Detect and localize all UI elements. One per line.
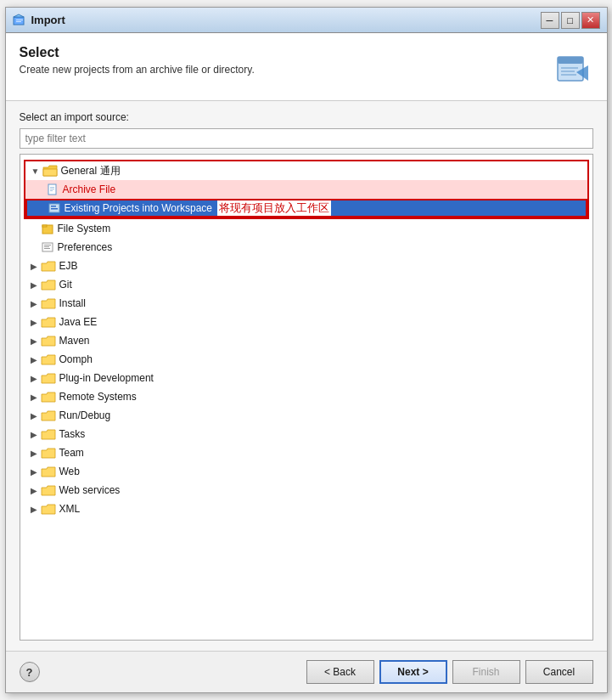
collapse-icon-rundebug[interactable]: ▶	[27, 409, 41, 422]
collapse-icon-oomph[interactable]: ▶	[27, 353, 41, 366]
svg-rect-6	[561, 67, 578, 69]
collapse-icon-webservices[interactable]: ▶	[27, 483, 41, 497]
folder-icon-javaee	[41, 316, 56, 328]
tree-item-javaee[interactable]: ▶ Java EE	[20, 313, 592, 331]
svg-rect-7	[561, 71, 575, 72]
footer-left: ?	[20, 662, 301, 682]
file-icon	[46, 183, 59, 196]
svg-rect-22	[44, 248, 50, 249]
finish-button[interactable]: Finish	[452, 660, 520, 684]
tree-item-ejb-label: EJB	[59, 260, 78, 272]
tree-item-team[interactable]: ▶ Team	[20, 443, 592, 462]
tree-item-xml-label: XML	[59, 503, 81, 515]
tree-item-web[interactable]: ▶ Web	[20, 462, 592, 481]
svg-rect-3	[16, 21, 21, 22]
tree-item-archive[interactable]: Archive File	[25, 180, 587, 199]
tree-item-install-label: Install	[59, 297, 86, 309]
title-bar: Import ─ □ ✕	[6, 8, 607, 33]
tree-item-rundebug[interactable]: ▶ Run/Debug	[20, 406, 592, 425]
folder-icon-xml	[41, 503, 56, 515]
collapse-icon-web[interactable]: ▶	[27, 465, 41, 478]
folder-icon-web	[41, 466, 56, 477]
maximize-button[interactable]: □	[561, 12, 580, 29]
tree-item-filesystem[interactable]: File System	[20, 219, 592, 238]
collapse-icon-team[interactable]: ▶	[27, 446, 41, 460]
tree-item-webservices[interactable]: ▶ Web services	[20, 481, 592, 500]
collapse-icon-plugin[interactable]: ▶	[27, 371, 41, 385]
collapse-icon-xml[interactable]: ▶	[27, 502, 41, 516]
tree-item-archive-label: Archive File	[63, 183, 116, 195]
collapse-icon-ejb[interactable]: ▶	[27, 259, 41, 273]
folder-open-icon	[42, 165, 58, 177]
folder-icon-plugin	[41, 372, 56, 384]
collapse-icon-javaee[interactable]: ▶	[27, 315, 41, 329]
window-title: Import	[31, 14, 541, 26]
existing-projects-icon	[48, 201, 61, 215]
tree-item-tasks-label: Tasks	[59, 428, 86, 440]
tree-item-oomph[interactable]: ▶ Oomph	[20, 350, 592, 369]
close-button[interactable]: ✕	[581, 12, 600, 29]
folder-icon-ejb	[41, 260, 56, 272]
tree-item-git-label: Git	[59, 279, 72, 291]
folder-icon-remote	[41, 391, 56, 403]
svg-rect-5	[558, 57, 583, 64]
tree-item-remote-label: Remote Systems	[59, 391, 137, 403]
tree-item-ejb[interactable]: ▶ EJB	[20, 257, 592, 275]
cancel-button[interactable]: Cancel	[525, 660, 593, 684]
dialog-footer: ? < Back Next > Finish Cancel	[6, 651, 607, 692]
svg-rect-11	[50, 187, 54, 188]
svg-rect-16	[51, 208, 58, 210]
svg-rect-15	[51, 206, 56, 207]
minimize-button[interactable]: ─	[541, 12, 559, 29]
svg-rect-8	[561, 74, 576, 76]
tree-item-oomph-label: Oomph	[59, 353, 93, 365]
tree-item-xml[interactable]: ▶ XML	[20, 500, 592, 518]
tree-item-webservices-label: Web services	[59, 484, 121, 496]
window-icon	[13, 14, 26, 27]
page-title: Select	[20, 45, 255, 60]
svg-rect-2	[16, 20, 23, 20]
collapse-icon-git[interactable]: ▶	[27, 278, 41, 291]
source-label: Select an import source:	[20, 111, 593, 123]
help-button[interactable]: ?	[20, 662, 40, 682]
svg-rect-0	[14, 17, 24, 25]
folder-icon-oomph	[41, 353, 56, 365]
next-button[interactable]: Next >	[379, 660, 447, 684]
tree-item-preferences[interactable]: Preferences	[20, 238, 592, 257]
tree-item-preferences-label: Preferences	[58, 241, 113, 253]
filesystem-icon	[41, 222, 54, 235]
tree-container[interactable]: ▼ General 通用	[20, 154, 593, 641]
collapse-icon-install[interactable]: ▶	[27, 296, 41, 310]
tree-item-install[interactable]: ▶ Install	[20, 294, 592, 313]
svg-marker-1	[14, 14, 24, 17]
preferences-icon	[41, 240, 54, 254]
folder-icon-git	[41, 279, 56, 291]
tree-item-plugin-label: Plug-in Development	[59, 372, 154, 384]
tree-item-existing[interactable]: Existing Projects into Workspace 将现有项目放入…	[25, 199, 587, 217]
folder-icon-maven	[41, 335, 56, 347]
tree-item-tasks[interactable]: ▶ Tasks	[20, 425, 592, 443]
existing-annotation: 将现有项目放入工作区	[217, 200, 331, 216]
back-button[interactable]: < Back	[306, 660, 374, 684]
tree-item-existing-label: Existing Projects into Workspace	[65, 202, 213, 214]
tree-item-web-label: Web	[59, 466, 80, 477]
collapse-icon-tasks[interactable]: ▶	[27, 427, 41, 441]
filter-input[interactable]	[20, 128, 593, 149]
import-dialog: Import ─ □ ✕ Select Create new projects …	[5, 7, 608, 693]
tree-item-git[interactable]: ▶ Git	[20, 275, 592, 294]
tree-item-general[interactable]: ▼ General 通用	[25, 161, 587, 180]
folder-icon-tasks	[41, 428, 56, 440]
page-subtitle: Create new projects from an archive file…	[20, 64, 255, 76]
tree-item-maven[interactable]: ▶ Maven	[20, 331, 592, 350]
collapse-icon-remote[interactable]: ▶	[27, 390, 41, 404]
folder-icon-team	[41, 447, 56, 459]
svg-rect-20	[44, 245, 51, 246]
tree-item-remote[interactable]: ▶ Remote Systems	[20, 387, 592, 406]
svg-rect-21	[44, 246, 49, 247]
tree-item-plugin[interactable]: ▶ Plug-in Development	[20, 369, 592, 387]
folder-icon-install	[41, 297, 56, 309]
expand-icon[interactable]: ▼	[29, 164, 42, 178]
collapse-icon-maven[interactable]: ▶	[27, 334, 41, 347]
svg-rect-13	[50, 190, 53, 191]
wizard-icon	[553, 48, 593, 92]
